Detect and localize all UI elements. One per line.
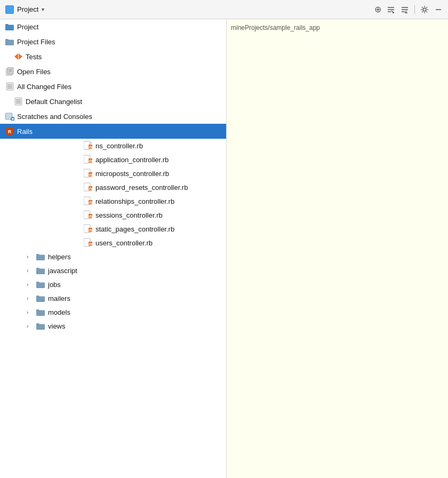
tree-item-users-controller[interactable]: rb users_controller.rb bbox=[0, 236, 226, 250]
helpers-folder-label: helpers bbox=[48, 253, 71, 261]
javascript-folder-label: javascript bbox=[48, 267, 77, 275]
tree-item-application-controller[interactable]: rb application_controller.rb bbox=[0, 153, 226, 166]
microposts-controller-filename: microposts_controller.rb bbox=[95, 170, 169, 178]
mailers-folder-icon bbox=[35, 295, 46, 302]
svg-text:rb: rb bbox=[89, 173, 93, 177]
sidebar-item-default-changelist[interactable]: Default Changelist bbox=[0, 94, 226, 109]
svg-text:rb: rb bbox=[89, 242, 93, 246]
chevron-right-icon: › bbox=[27, 309, 32, 315]
svg-rect-9 bbox=[7, 67, 13, 74]
toolbar: Project ▾ ⊕ bbox=[0, 0, 448, 19]
chevron-right-icon: › bbox=[27, 296, 32, 301]
svg-text:rb: rb bbox=[89, 201, 93, 204]
tree-item-relationships-controller[interactable]: rb relationships_controller.rb bbox=[0, 194, 226, 208]
sidebar: Project Project Files Tests bbox=[0, 19, 227, 478]
views-folder-label: views bbox=[48, 322, 66, 330]
folder-item-jobs[interactable]: › jobs bbox=[0, 277, 226, 291]
users-controller-filename: users_controller.rb bbox=[95, 239, 153, 247]
microposts-controller-file-icon: rb bbox=[83, 169, 93, 178]
chevron-right-icon: › bbox=[27, 254, 32, 260]
models-folder-label: models bbox=[48, 308, 70, 316]
svg-text:R: R bbox=[8, 129, 12, 134]
jobs-folder-label: jobs bbox=[48, 281, 61, 289]
sidebar-item-open-files-label: Open Files bbox=[17, 68, 51, 76]
collapse-all-icon[interactable] bbox=[387, 5, 395, 14]
chevron-right-icon: › bbox=[27, 268, 32, 274]
helpers-folder-icon bbox=[35, 253, 46, 260]
relationships-controller-file-icon: rb bbox=[83, 196, 93, 206]
static-pages-controller-filename: static_pages_controller.rb bbox=[95, 225, 174, 233]
static-pages-controller-file-icon: rb bbox=[83, 224, 93, 234]
sidebar-item-project-files[interactable]: Project Files bbox=[0, 34, 226, 49]
views-folder-icon bbox=[35, 323, 46, 330]
folder-item-javascript[interactable]: › javascript bbox=[0, 264, 226, 277]
project-files-icon bbox=[4, 37, 15, 46]
sessions-controller-filename: sessions_controller.rb bbox=[95, 211, 163, 219]
folder-item-helpers[interactable]: › helpers bbox=[0, 250, 226, 264]
svg-point-6 bbox=[423, 8, 426, 11]
toolbar-left: Project ▾ bbox=[5, 5, 44, 14]
svg-text:rb: rb bbox=[89, 187, 93, 190]
tree-item-microposts-controller[interactable]: rb microposts_controller.rb bbox=[0, 166, 226, 180]
sidebar-item-default-changelist-label: Default Changelist bbox=[26, 98, 82, 106]
svg-text:rb: rb bbox=[89, 159, 93, 163]
default-changelist-icon bbox=[13, 97, 23, 106]
svg-text:rb: rb bbox=[89, 145, 93, 149]
svg-marker-28 bbox=[90, 141, 92, 144]
project-icon bbox=[5, 5, 14, 14]
tree-item-ns-controller[interactable]: rb ns_controller.rb bbox=[0, 139, 226, 153]
sidebar-item-project-files-label: Project Files bbox=[17, 38, 55, 46]
tree-item-sessions-controller[interactable]: rb sessions_controller.rb bbox=[0, 208, 226, 222]
sidebar-item-tests-label: Tests bbox=[26, 53, 42, 61]
rails-icon: R bbox=[4, 127, 15, 136]
sidebar-item-tests[interactable]: Tests bbox=[0, 49, 226, 64]
main-container: Project Project Files Tests bbox=[0, 19, 448, 478]
path-display: mineProjects/sample_rails_app bbox=[231, 24, 320, 31]
toolbar-right: ⊕ bbox=[374, 4, 443, 14]
toolbar-title: Project bbox=[17, 5, 38, 13]
sidebar-item-all-changed-files-label: All Changed Files bbox=[17, 83, 71, 91]
expand-all-icon[interactable] bbox=[401, 5, 409, 14]
sidebar-item-scratches[interactable]: Scratches and Consoles bbox=[0, 109, 226, 124]
sessions-controller-file-icon: rb bbox=[83, 210, 93, 220]
svg-text:rb: rb bbox=[89, 214, 93, 218]
sidebar-item-open-files[interactable]: Open Files bbox=[0, 64, 226, 79]
sidebar-item-rails-label: Rails bbox=[17, 128, 33, 136]
all-changed-files-icon bbox=[4, 82, 15, 91]
users-controller-file-icon: rb bbox=[83, 238, 93, 248]
tree-item-static-pages-controller[interactable]: rb static_pages_controller.rb bbox=[0, 222, 226, 236]
relationships-controller-filename: relationships_controller.rb bbox=[95, 197, 174, 205]
application-controller-file-icon: rb bbox=[83, 155, 93, 164]
models-folder-icon bbox=[35, 309, 46, 316]
folder-item-mailers[interactable]: › mailers bbox=[0, 291, 226, 305]
open-files-icon bbox=[4, 67, 15, 76]
tree-item-password-resets-controller[interactable]: rb password_resets_controller.rb bbox=[0, 180, 226, 194]
globe-icon[interactable]: ⊕ bbox=[374, 4, 381, 14]
minimize-icon[interactable] bbox=[434, 5, 443, 14]
sidebar-item-all-changed-files[interactable]: All Changed Files bbox=[0, 79, 226, 94]
folder-item-models[interactable]: › models bbox=[0, 305, 226, 319]
application-controller-filename: application_controller.rb bbox=[95, 156, 169, 164]
project-folder-icon bbox=[4, 22, 15, 31]
jobs-folder-icon bbox=[35, 281, 46, 288]
sidebar-item-project[interactable]: Project bbox=[0, 19, 226, 34]
ns-controller-filename: ns_controller.rb bbox=[95, 142, 143, 150]
chevron-right-icon: › bbox=[27, 323, 32, 329]
scratches-icon bbox=[4, 112, 15, 121]
mailers-folder-label: mailers bbox=[48, 294, 70, 302]
tests-icon bbox=[13, 52, 23, 61]
password-resets-controller-file-icon: rb bbox=[83, 182, 93, 192]
ns-controller-file-icon: rb bbox=[83, 141, 93, 150]
svg-text:rb: rb bbox=[89, 228, 93, 232]
folder-item-views[interactable]: › views bbox=[0, 319, 226, 333]
sidebar-item-scratches-label: Scratches and Consoles bbox=[17, 113, 92, 121]
settings-icon[interactable] bbox=[420, 5, 429, 14]
content-area: mineProjects/sample_rails_app bbox=[227, 19, 448, 478]
password-resets-controller-filename: password_resets_controller.rb bbox=[95, 184, 188, 192]
sidebar-item-project-label: Project bbox=[17, 23, 38, 31]
javascript-folder-icon bbox=[35, 267, 46, 274]
toolbar-divider bbox=[414, 5, 415, 14]
dropdown-arrow-icon[interactable]: ▾ bbox=[42, 6, 44, 12]
chevron-right-icon: › bbox=[27, 282, 32, 288]
sidebar-item-rails[interactable]: R Rails bbox=[0, 124, 226, 139]
